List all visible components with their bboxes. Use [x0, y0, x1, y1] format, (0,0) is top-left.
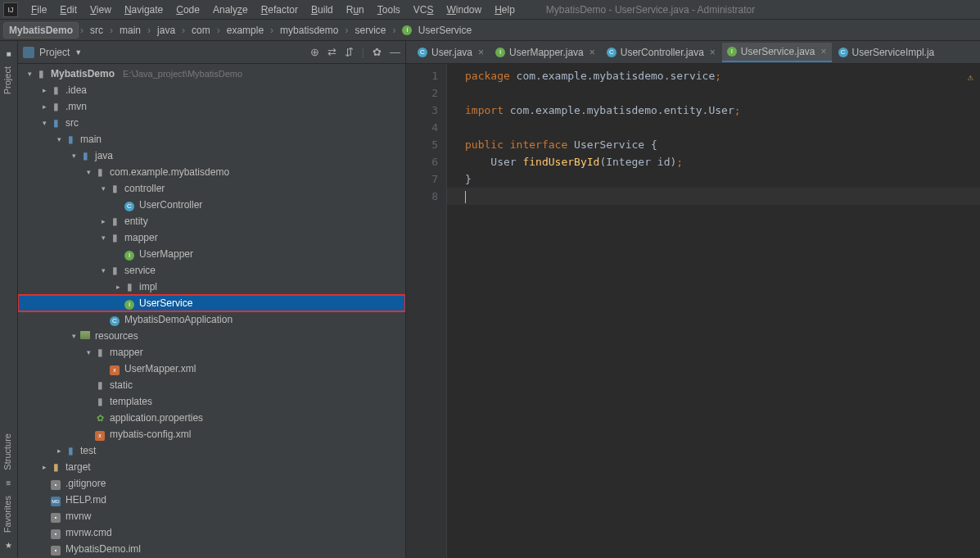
tab-userserviceimpl[interactable]: CUserServiceImpl.ja	[833, 43, 940, 62]
tree-src[interactable]: ▮src	[18, 115, 405, 131]
interface-icon: I	[402, 25, 412, 35]
menu-window[interactable]: Window	[440, 2, 488, 17]
tree-service[interactable]: ▮service	[18, 262, 405, 279]
interface-icon: I	[495, 48, 505, 57]
tree-main[interactable]: ▮main	[18, 131, 405, 147]
crumb-java[interactable]: java	[152, 23, 180, 38]
expand-icon[interactable]: ⇄	[327, 46, 336, 58]
crumb-src[interactable]: src	[85, 23, 108, 38]
locate-icon[interactable]: ⊕	[310, 46, 319, 58]
properties-icon: ✿	[93, 413, 106, 424]
tree-test[interactable]: ▮test	[18, 442, 405, 459]
caret	[465, 191, 466, 203]
line-gutter[interactable]: 12345678	[406, 64, 447, 558]
menu-vcs[interactable]: VCS	[407, 2, 440, 17]
xml-icon: x	[110, 365, 120, 375]
tree-java[interactable]: ▮java	[18, 147, 405, 164]
menu-build[interactable]: Build	[305, 2, 340, 17]
menu-tools[interactable]: Tools	[371, 2, 407, 17]
close-icon[interactable]: ×	[710, 47, 716, 58]
tree-mvnw[interactable]: ▪mvnw	[18, 508, 405, 524]
tree-gitignore[interactable]: ▪.gitignore	[18, 475, 405, 492]
menubar: IJ File Edit View Navigate Code Analyze …	[0, 0, 980, 20]
close-icon[interactable]: ×	[478, 47, 484, 58]
tree-app-props[interactable]: ✿application.properties	[18, 410, 405, 426]
close-icon[interactable]: ×	[589, 47, 595, 58]
editor-area: CUser.java× IUserMapper.java× CUserContr…	[406, 41, 980, 558]
file-icon: ▪	[51, 546, 61, 556]
window-title: MybatisDemo - UserService.java - Adminis…	[546, 4, 755, 16]
class-icon: C	[110, 316, 120, 326]
tree-mybatis-config[interactable]: xmybatis-config.xml	[18, 426, 405, 442]
class-icon: C	[607, 48, 616, 57]
tree-app[interactable]: CMybatisDemoApplication	[18, 311, 405, 328]
tree-usermapper-xml[interactable]: xUserMapper.xml	[18, 361, 405, 377]
hide-icon[interactable]: —	[390, 46, 400, 58]
favorites-tab-icon[interactable]: ★	[0, 541, 17, 550]
tree-controller[interactable]: ▮controller	[18, 180, 405, 197]
interface-icon: I	[124, 300, 134, 310]
file-icon: ▪	[51, 513, 61, 523]
tab-userservice[interactable]: IUserService.java×	[722, 43, 832, 62]
menu-file[interactable]: File	[25, 2, 53, 17]
tree-impl[interactable]: ▮impl	[18, 279, 405, 295]
class-icon: C	[418, 48, 427, 57]
code-editor[interactable]: ⚠ package com.example.mybatisdemo.servic…	[447, 64, 980, 558]
menu-run[interactable]: Run	[340, 2, 371, 17]
tree-target[interactable]: ▮target	[18, 459, 405, 475]
tree-userservice[interactable]: IUserService	[18, 295, 405, 311]
tree-usermapper[interactable]: IUserMapper	[18, 246, 405, 262]
close-icon[interactable]: ×	[821, 46, 827, 57]
file-icon: ▪	[51, 529, 61, 539]
tree-resources[interactable]: resources	[18, 328, 405, 344]
tab-user[interactable]: CUser.java×	[413, 43, 489, 62]
warning-icon[interactable]: ⚠	[968, 69, 973, 86]
structure-tab[interactable]: Structure	[0, 429, 15, 475]
breadcrumb: MybatisDemo src main java com example my…	[0, 20, 980, 41]
crumb-service[interactable]: service	[350, 23, 391, 38]
tree-mvnw-cmd[interactable]: ▪mvnw.cmd	[18, 524, 405, 541]
resources-folder-icon	[80, 331, 90, 339]
divider: |	[362, 46, 364, 58]
interface-icon: I	[124, 251, 134, 261]
menu-code[interactable]: Code	[169, 2, 206, 17]
project-tab-icon[interactable]: ■	[0, 49, 17, 58]
menu-refactor[interactable]: Refactor	[255, 2, 305, 17]
tree-help[interactable]: MDHELP.md	[18, 492, 405, 508]
crumb-file[interactable]: I UserService	[397, 23, 476, 38]
menu-view[interactable]: View	[84, 2, 118, 17]
tree-static[interactable]: ▮static	[18, 377, 405, 393]
crumb-root[interactable]: MybatisDemo	[3, 22, 79, 39]
interface-icon: I	[727, 47, 737, 57]
tree-mapper[interactable]: ▮mapper	[18, 229, 405, 246]
tree-pkg[interactable]: ▮com.example.mybatisdemo	[18, 164, 405, 180]
menu-analyze[interactable]: Analyze	[206, 2, 255, 17]
project-tab[interactable]: Project	[0, 61, 15, 99]
tab-usercontroller[interactable]: CUserController.java×	[602, 43, 720, 62]
project-view-title[interactable]: Project	[39, 47, 70, 58]
tree-idea[interactable]: ▮.idea	[18, 82, 405, 98]
left-tool-tabs: ■ Project Structure ≡ Favorites ★	[0, 41, 18, 558]
gear-settings-icon[interactable]: ✿	[373, 46, 382, 58]
crumb-example[interactable]: example	[222, 23, 269, 38]
crumb-mybatisdemo[interactable]: mybatisdemo	[275, 23, 343, 38]
tree-mvn[interactable]: ▮.mvn	[18, 98, 405, 115]
dropdown-icon[interactable]: ▼	[75, 48, 82, 57]
collapse-icon[interactable]: ⇵	[345, 46, 354, 58]
menu-navigate[interactable]: Navigate	[118, 2, 169, 17]
tree-usercontroller[interactable]: CUserController	[18, 197, 405, 213]
xml-icon: x	[95, 431, 105, 441]
tree-res-mapper[interactable]: ▮mapper	[18, 344, 405, 361]
tree-iml[interactable]: ▪MybatisDemo.iml	[18, 541, 405, 557]
tree-root[interactable]: ▮MybatisDemoE:\Java_project\MybatisDemo	[18, 66, 405, 82]
tab-usermapper[interactable]: IUserMapper.java×	[490, 43, 600, 62]
class-icon: C	[838, 48, 848, 57]
structure-tab-icon[interactable]: ≡	[0, 479, 17, 488]
menu-help[interactable]: Help	[488, 2, 522, 17]
menu-edit[interactable]: Edit	[53, 2, 84, 17]
favorites-tab[interactable]: Favorites	[0, 491, 15, 538]
tree-templates[interactable]: ▮templates	[18, 393, 405, 410]
crumb-com[interactable]: com	[187, 23, 215, 38]
crumb-main[interactable]: main	[115, 23, 146, 38]
tree-entity[interactable]: ▮entity	[18, 213, 405, 229]
